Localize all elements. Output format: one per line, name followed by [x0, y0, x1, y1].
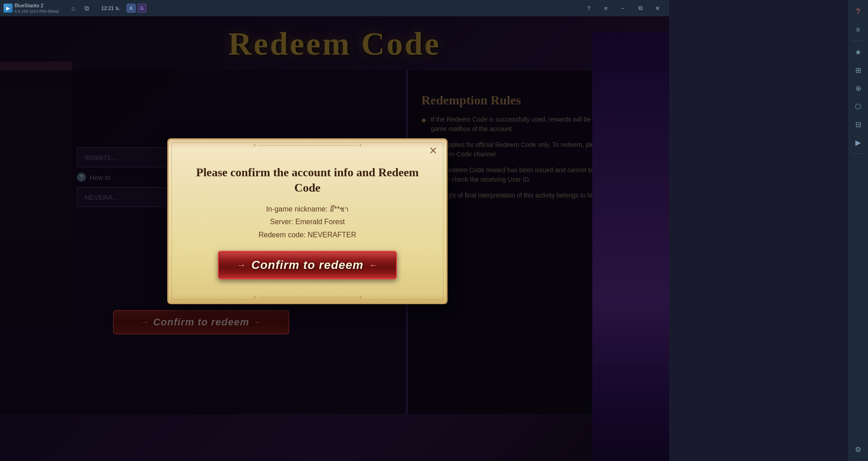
confirm-redeem-label: Confirm to redeem [251, 258, 363, 272]
server-line: Server: Emerald Forest [190, 216, 425, 229]
icon-g[interactable]: G [137, 4, 146, 13]
bs-app-icon: ▶ [4, 4, 13, 13]
confirm-arrow-left: → [237, 260, 246, 270]
help-button[interactable]: ? [580, 0, 597, 16]
server-value: Emerald Forest [295, 218, 344, 226]
hamburger-sidebar-icon[interactable]: ≡ [850, 22, 866, 38]
bluestacks-logo: ▶ BlueStacks 2 5.8.100.1013 P64 (Beta) [4, 3, 59, 13]
minimize-button[interactable]: − [615, 0, 631, 16]
modal-close-button[interactable]: ✕ [426, 144, 440, 158]
modal-info: In-game nickname: อ๊**ชา Server: Emerald… [190, 203, 425, 242]
question-sidebar-icon[interactable]: ? [850, 4, 866, 20]
video-sidebar-icon[interactable]: ▶ [850, 134, 866, 151]
camera-sidebar-icon[interactable]: ⬡ [850, 98, 866, 114]
code-label: Redeem code: [259, 231, 306, 239]
nickname-value: อ๊**ชา [330, 205, 349, 213]
layers-icon[interactable]: ⧉ [81, 3, 92, 14]
confirm-arrow-right: ← [369, 260, 378, 270]
time-display: 12:21 น. [101, 4, 120, 12]
code-line: Redeem code: NEVERAFTER [190, 229, 425, 242]
game-area: Redeem Code 9056671... ? How to NEVERA..… [0, 16, 669, 461]
nickname-line: In-game nickname: อ๊**ชา [190, 203, 425, 216]
icon-a[interactable]: A [127, 4, 136, 13]
confirm-redeem-button[interactable]: → Confirm to redeem ← [218, 251, 397, 279]
globe-sidebar-icon[interactable]: ⊕ [850, 80, 866, 96]
settings-sidebar-icon[interactable]: ⚙ [850, 441, 866, 457]
right-sidebar: ? ≡ ★ ⊞ ⊕ ⬡ ⊟ ▶ ⚙ [848, 0, 868, 461]
extra-icons: A G [127, 4, 146, 13]
star-sidebar-icon[interactable]: ★ [850, 44, 866, 60]
sidebar-divider [851, 41, 865, 41]
restore-button[interactable]: ⧉ [632, 0, 648, 16]
modal-overlay: ✕ Please confirm the account info and Re… [0, 16, 669, 461]
topbar: ▶ BlueStacks 2 5.8.100.1013 P64 (Beta) ⌂… [0, 0, 669, 16]
close-button[interactable]: ✕ [649, 0, 665, 16]
modal-title: Please confirm the account info and Rede… [190, 165, 425, 196]
modal-dialog: ✕ Please confirm the account info and Re… [167, 138, 448, 304]
sidebar-divider-2 [851, 153, 865, 154]
folder-sidebar-icon[interactable]: ⊟ [850, 116, 866, 132]
server-label: Server: [270, 218, 293, 226]
modal-inner: Please confirm the account info and Rede… [169, 149, 446, 294]
home-icon[interactable]: ⌂ [68, 3, 79, 14]
menu-button[interactable]: ≡ [598, 0, 614, 16]
gamepad-sidebar-icon[interactable]: ⊞ [850, 62, 866, 78]
nickname-label: In-game nickname: [266, 205, 328, 213]
window-controls: ? ≡ − ⧉ ✕ [580, 0, 665, 16]
nav-icons: ⌂ ⧉ [68, 3, 92, 14]
modal-flourish-bottom [169, 294, 446, 303]
code-value: NEVERAFTER [307, 231, 356, 239]
modal-flourish-top [169, 140, 446, 149]
bs-app-version: 5.8.100.1013 P64 (Beta) [14, 9, 59, 14]
bs-app-name: BlueStacks 2 [14, 3, 59, 9]
